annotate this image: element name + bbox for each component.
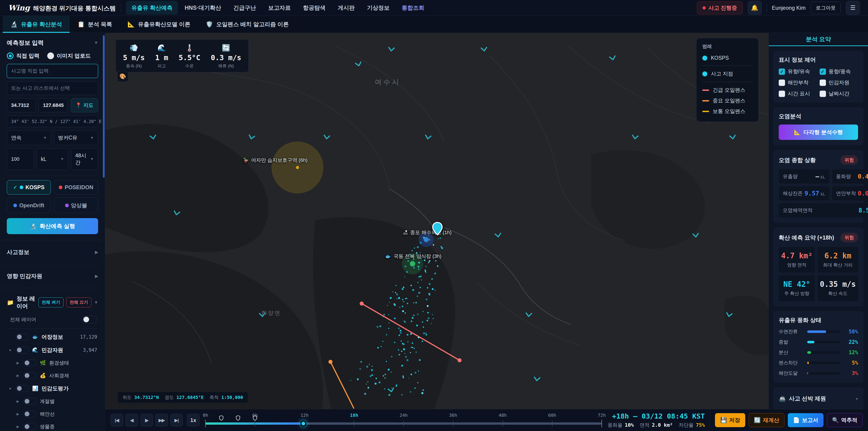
model-chip-앙상블[interactable]: 앙상블 — [54, 198, 98, 213]
playback-speed-button[interactable]: 1x — [187, 414, 199, 427]
tab-item[interactable]: 🛡️오일펜스 배치 알고리즘 이론 — [198, 16, 296, 33]
layer-toggle[interactable] — [24, 360, 37, 366]
display-checkbox[interactable]: ✓풍향/풍속 — [819, 68, 858, 75]
polygon-analysis-button[interactable]: 📐 다각형 분석수행 — [779, 125, 858, 140]
layer-toggle[interactable] — [24, 372, 37, 379]
latitude-input[interactable] — [7, 98, 36, 112]
checkbox-unchecked[interactable]: ✓ — [819, 80, 826, 86]
display-checkbox[interactable]: ✓해안부착 — [779, 79, 817, 86]
sidebar-section[interactable]: 영향 민감자원▶ — [0, 264, 105, 288]
model-chip-kosps[interactable]: ✓KOSPS — [7, 180, 51, 194]
layer-toggle[interactable] — [24, 411, 37, 418]
run-prediction-button[interactable]: 🔬 확산예측 실행 — [7, 218, 98, 234]
stat-label: 면적 — [640, 422, 650, 429]
info-layers-title: 📁 정보 레이어 — [7, 295, 36, 310]
radio-image-upload[interactable]: 이미지 업로드 — [47, 52, 91, 59]
tree-caret-icon[interactable]: ▼ — [8, 348, 13, 352]
checkbox-checked[interactable]: ✓ — [819, 68, 826, 75]
incident-list-input[interactable] — [7, 81, 98, 95]
amount-input[interactable] — [7, 148, 34, 170]
step-back-button[interactable]: ◀ — [125, 414, 138, 427]
play-button[interactable]: ▶ — [141, 414, 153, 427]
oil-particle — [379, 381, 380, 383]
nav-item[interactable]: 긴급구난 — [228, 1, 261, 15]
collapse-caret-icon[interactable]: ▼ — [94, 40, 98, 45]
wetland-protection-zone[interactable] — [272, 142, 323, 193]
collapse-caret-icon[interactable]: ▼ — [94, 300, 98, 305]
map-style-button[interactable]: 🎨 — [117, 71, 128, 82]
timeline-slider[interactable]: 0h6h12h18h24h36h48h60h72h — [206, 409, 602, 431]
layer-toggle[interactable] — [16, 347, 29, 353]
checkbox-unchecked[interactable]: ✓ — [779, 80, 785, 86]
checkbox-label: 시간 표시 — [788, 90, 810, 97]
nav-item[interactable]: 항공탐색 — [298, 1, 331, 15]
all-layers-on-button[interactable]: 전체 켜기 — [38, 298, 64, 307]
tree-caret-icon[interactable]: ▶ — [16, 374, 20, 378]
map-canvas[interactable]: 여수시 화양면 🦆 여자만 습지보호구역 (6h) 🏖 종포 해수욕장 (1h) — [105, 33, 769, 409]
nav-item[interactable]: HNS·대기확산 — [179, 1, 226, 15]
incident-name-input[interactable] — [7, 64, 98, 78]
checkbox-checked[interactable]: ✓ — [779, 68, 785, 75]
tab-item[interactable]: 📐유출유확산모델 이론 — [120, 16, 198, 33]
longitude-input[interactable] — [39, 98, 68, 112]
incident-location-pin[interactable] — [432, 222, 442, 236]
sidebar-scrollbar[interactable] — [103, 33, 105, 431]
checkbox-unchecked[interactable]: ✓ — [819, 91, 826, 97]
radio-direct-input[interactable]: 직접 입력 — [7, 52, 39, 59]
logout-button[interactable]: 로그아웃 — [811, 2, 841, 14]
oilfence-endpoint — [329, 360, 333, 364]
skip-start-button[interactable]: |◀ — [111, 414, 123, 427]
beach-marker-label[interactable]: 🏖 종포 해수욕장 (1h) — [403, 229, 452, 236]
display-checkbox[interactable]: ✓민감자원 — [819, 79, 858, 86]
display-checkbox[interactable]: ✓유향/유속 — [779, 68, 817, 75]
tree-caret-icon[interactable]: ▶ — [16, 361, 20, 365]
oil-particle — [407, 341, 408, 342]
farm-marker-label[interactable]: 🐟 국동 전복 양식장 (3h) — [385, 253, 441, 260]
wetland-marker-label[interactable]: 🦆 여자만 습지보호구역 (6h) — [243, 157, 308, 164]
timeline-handle[interactable] — [301, 421, 306, 427]
역추적-button[interactable]: 🔍역추적 — [827, 413, 863, 427]
보고서-button[interactable]: 📄보고서 — [788, 413, 824, 427]
master-layer-toggle[interactable] — [82, 316, 97, 324]
nav-item[interactable]: 통합조회 — [396, 1, 430, 15]
oil-particle — [403, 348, 405, 350]
model-chip-opendrift[interactable]: OpenDrift — [7, 198, 51, 213]
nav-item[interactable]: 기상정보 — [362, 1, 395, 15]
hamburger-menu-button[interactable]: ☰ — [846, 1, 860, 15]
unit-select[interactable]: kL▼ — [37, 148, 68, 170]
tab-active[interactable]: 🔬유출유 확산분석 — [3, 16, 70, 33]
nav-item[interactable]: 유출유 확산예측 — [126, 1, 178, 15]
notification-bell-button[interactable]: 🔔 — [748, 1, 762, 15]
pick-on-map-button[interactable]: 📍 지도 — [71, 98, 98, 112]
scrollbar-thumb[interactable] — [103, 35, 105, 178]
tab-item[interactable]: 📋분석 목록 — [70, 16, 120, 33]
skip-end-button[interactable]: ▶| — [170, 414, 183, 427]
checkbox-unchecked[interactable]: ✓ — [779, 91, 785, 97]
재계산-button[interactable]: 🔄재계산 — [749, 413, 784, 427]
model-chip-poseidon[interactable]: POSEIDON — [54, 180, 98, 194]
fast-forward-button[interactable]: ▶▶ — [155, 414, 168, 427]
timeline-stat: 차단율75% — [679, 422, 705, 429]
tree-caret-icon[interactable]: ▼ — [8, 387, 13, 391]
all-layers-off-button[interactable]: 전체 끄기 — [66, 298, 91, 307]
display-checkbox[interactable]: ✓날짜시간 — [819, 90, 858, 97]
저장-button[interactable]: 💾저장 — [715, 413, 745, 427]
nav-item[interactable]: 보고자료 — [263, 1, 296, 15]
nav-item[interactable]: 게시판 — [332, 1, 360, 15]
layer-toggle[interactable] — [16, 334, 29, 340]
sidebar-section[interactable]: 사고정보▶ — [0, 240, 105, 264]
tree-caret-icon[interactable]: ▶ — [16, 425, 20, 429]
layer-toggle[interactable] — [24, 398, 37, 405]
tree-caret-icon[interactable]: ▶ — [16, 399, 20, 403]
oil-particle — [429, 283, 431, 285]
display-checkbox[interactable]: ✓시간 표시 — [779, 90, 817, 97]
oil-particle — [418, 276, 420, 278]
spill-type-select[interactable]: 연속▼ — [7, 130, 51, 145]
oil-type-select[interactable]: 벙커C유▼ — [54, 130, 98, 145]
tree-caret-icon[interactable]: ▶ — [16, 412, 20, 416]
duration-select[interactable]: 48시간▼ — [71, 148, 98, 170]
vessel-spec-card[interactable]: 🚢 사고 선박 제원 ▸ — [773, 387, 864, 409]
layer-toggle[interactable] — [24, 423, 37, 430]
model-color-dot — [59, 186, 62, 189]
layer-toggle[interactable] — [16, 385, 29, 392]
